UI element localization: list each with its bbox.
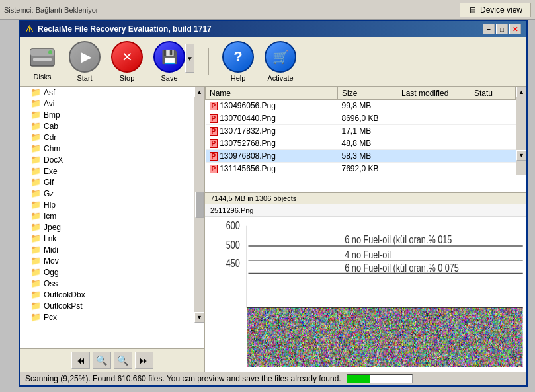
title-bar: ⚠ ReclaiMe File Recovery Evaluation, bui… (20, 21, 526, 37)
folder-icon: 📁 (30, 155, 41, 165)
help-button[interactable]: ? Help (222, 41, 254, 82)
top-bar-text: Sistemci: Bağlantı Bekleniyor (4, 6, 98, 14)
tree-item-hlp[interactable]: 📁Hlp (20, 199, 194, 210)
folder-icon: 📁 (30, 222, 41, 232)
tree-item-asf[interactable]: 📁Asf (20, 87, 194, 98)
file-row[interactable]: P130700440.Png 8696,0 KB (206, 112, 516, 125)
tree-item-lnk[interactable]: 📁Lnk (20, 233, 194, 244)
tree-item-oss[interactable]: 📁Oss (20, 278, 194, 289)
folder-icon: 📁 (30, 87, 41, 97)
save-dropdown-button[interactable]: ▼ (185, 44, 194, 73)
col-modified[interactable]: Last modified (397, 87, 470, 100)
tree-scrollbar-down[interactable]: ▼ (194, 312, 204, 323)
close-button[interactable]: ✕ (509, 24, 521, 34)
folder-icon: 📁 (30, 200, 41, 210)
tree-item-bmp[interactable]: 📁Bmp (20, 109, 194, 120)
folder-icon: 📁 (30, 177, 41, 187)
tree-scrollbar-thumb[interactable] (195, 192, 204, 218)
toolbar-separator (208, 48, 209, 75)
tree-item-mov[interactable]: 📁Mov (20, 255, 194, 266)
save-label: Save (161, 74, 177, 82)
maximize-button[interactable]: □ (496, 24, 508, 34)
tree-item-icm[interactable]: 📁Icm (20, 210, 194, 221)
tree-item-avi[interactable]: 📁Avi (20, 98, 194, 109)
folder-icon: 📁 (30, 132, 41, 142)
device-view-tab[interactable]: 🖥 Device view (460, 3, 531, 17)
nav-search-button[interactable]: 🔍 (114, 352, 132, 369)
col-status[interactable]: Statu (470, 87, 516, 100)
tree-item-midi[interactable]: 📁Midi (20, 244, 194, 255)
svg-text:6 no  Fuel-oil (kül oran.% 0 0: 6 no Fuel-oil (kül oran.% 0 075 (345, 262, 459, 274)
folder-icon: 📁 (30, 188, 41, 198)
stop-label: Stop (120, 74, 135, 82)
preview-filename: 2511296.Png (205, 204, 526, 217)
start-button[interactable]: ▶ Start (69, 41, 101, 82)
tree-item-gif[interactable]: 📁Gif (20, 176, 194, 188)
file-row[interactable]: P130717832.Png 17,1 MB (206, 125, 516, 137)
status-text: Scanning (9,25%). Found 610.660 files. Y… (25, 374, 341, 383)
tree-item-outlookpst[interactable]: 📁OutlookPst (20, 300, 194, 311)
tree-scrollbar-up[interactable]: ▲ (194, 87, 204, 97)
disks-button[interactable]: Disks (26, 42, 58, 81)
stop-button[interactable]: ✕ Stop (111, 41, 143, 82)
svg-point-2 (48, 50, 52, 54)
folder-icon: 📁 (30, 301, 41, 311)
tree-item-pcx[interactable]: 📁Pcx (20, 311, 194, 323)
folder-icon: 📁 (30, 312, 41, 322)
folder-icon: 📁 (30, 166, 41, 176)
file-tree: 📁Asf📁Avi📁Bmp📁Cab📁Cdr📁Chm📁DocX📁Exe📁Gif📁Gz… (20, 87, 204, 348)
file-row[interactable]: P130752768.Png 48,8 MB (206, 137, 516, 150)
file-list: Name Size Last modified Statu P130496056… (205, 87, 526, 192)
activate-label: Activate (267, 74, 293, 82)
tree-item-chm[interactable]: 📁Chm (20, 143, 194, 154)
folder-icon: 📁 (30, 121, 41, 131)
tree-item-ogg[interactable]: 📁Ogg (20, 266, 194, 278)
svg-text:600: 600 (226, 220, 240, 232)
file-row[interactable]: P131145656.Png 7692,0 KB (206, 163, 516, 175)
minimize-button[interactable]: – (483, 24, 495, 34)
tree-item-outlookdbx[interactable]: 📁OutlookDbx (20, 289, 194, 300)
folder-icon: 📁 (30, 211, 41, 221)
save-button[interactable]: 💾 Save (153, 41, 185, 82)
file-row[interactable]: P130496056.Png 99,8 MB (206, 100, 516, 112)
preview-area: 2511296.Png Konsan trasyon 600 500 (205, 204, 526, 372)
folder-icon: 📁 (30, 290, 41, 299)
folder-icon: 📁 (30, 245, 41, 255)
col-size[interactable]: Size (338, 87, 397, 100)
folder-icon: 📁 (30, 110, 41, 120)
folder-icon: 📁 (30, 233, 41, 243)
activate-button[interactable]: 🛒 Activate (265, 41, 296, 82)
svg-text:450: 450 (226, 257, 240, 269)
file-list-scrollbar-down[interactable]: ▼ (516, 150, 526, 161)
nav-prev-button[interactable]: 🔍 (93, 352, 111, 369)
folder-icon: 📁 (30, 143, 41, 153)
progress-bar-outer (347, 374, 413, 383)
file-summary: 7144,5 MB in 1306 objects (205, 192, 526, 204)
progress-bar-inner (347, 375, 370, 383)
col-name[interactable]: Name (206, 87, 338, 100)
nav-first-button[interactable]: ⏮ (71, 352, 90, 369)
help-label: Help (231, 74, 246, 82)
file-row[interactable]: P130976808.Png 58,3 MB (206, 150, 516, 163)
tree-item-exe[interactable]: 📁Exe (20, 165, 194, 176)
svg-text:4  no  Fuel-oil: 4 no Fuel-oil (345, 249, 391, 261)
preview-content: Konsan trasyon 600 500 450 (205, 217, 526, 372)
folder-icon: 📁 (30, 267, 41, 277)
tree-item-cdr[interactable]: 📁Cdr (20, 132, 194, 143)
nav-next-button[interactable]: ⏭ (135, 352, 153, 369)
window-title: ReclaiMe File Recovery Evaluation, build… (38, 24, 212, 34)
status-bar: Scanning (9,25%). Found 610.660 files. Y… (20, 372, 526, 385)
folder-icon: 📁 (30, 256, 41, 266)
monitor-icon: 🖥 (468, 5, 477, 15)
warning-icon: ⚠ (25, 24, 34, 34)
tree-item-jpeg[interactable]: 📁Jpeg (20, 221, 194, 233)
tree-item-docx[interactable]: 📁DocX (20, 154, 194, 165)
start-label: Start (77, 74, 92, 82)
tree-item-cab[interactable]: 📁Cab (20, 120, 194, 132)
svg-rect-3 (33, 58, 52, 61)
folder-icon: 📁 (30, 278, 41, 288)
svg-text:500: 500 (226, 239, 240, 251)
file-list-scrollbar-up[interactable]: ▲ (516, 87, 526, 97)
tree-item-gz[interactable]: 📁Gz (20, 188, 194, 199)
svg-text:6 no  Fuel-oil (kül oran.% 015: 6 no Fuel-oil (kül oran.% 015 (345, 233, 452, 245)
